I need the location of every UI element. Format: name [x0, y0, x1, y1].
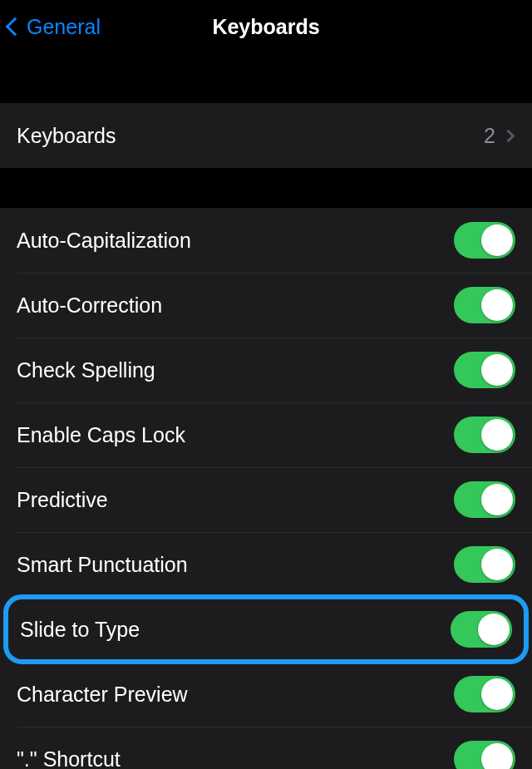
keyboards-section: Keyboards 2 [0, 103, 532, 168]
section-spacer [0, 53, 532, 103]
enable-caps-lock-label: Enable Caps Lock [17, 423, 185, 447]
chevron-left-icon [6, 17, 25, 37]
check-spelling-label: Check Spelling [17, 358, 155, 382]
auto-correction-row: Auto-Correction [0, 273, 532, 338]
auto-capitalization-toggle[interactable] [454, 222, 515, 259]
back-label: General [27, 15, 101, 39]
check-spelling-toggle[interactable] [454, 352, 515, 388]
predictive-toggle[interactable] [454, 481, 515, 518]
toggles-section: Auto-Capitalization Auto-Correction Chec… [0, 208, 532, 769]
nav-bar: General Keyboards [0, 0, 532, 53]
predictive-row: Predictive [0, 467, 532, 532]
enable-caps-lock-toggle[interactable] [454, 417, 515, 453]
check-spelling-row: Check Spelling [0, 338, 532, 402]
keyboards-count: 2 [484, 124, 495, 148]
auto-capitalization-row: Auto-Capitalization [0, 208, 532, 273]
auto-correction-toggle[interactable] [454, 287, 515, 323]
keyboards-row[interactable]: Keyboards 2 [0, 103, 532, 168]
section-gap [0, 168, 532, 208]
character-preview-toggle[interactable] [454, 676, 515, 712]
period-shortcut-toggle[interactable] [454, 741, 515, 769]
slide-to-type-row: Slide to Type [3, 594, 529, 664]
predictive-label: Predictive [17, 488, 108, 512]
character-preview-label: Character Preview [17, 683, 188, 707]
page-title: Keyboards [212, 15, 319, 39]
character-preview-row: Character Preview [0, 662, 532, 727]
auto-capitalization-label: Auto-Capitalization [17, 229, 191, 253]
auto-correction-label: Auto-Correction [17, 293, 162, 318]
keyboards-label: Keyboards [17, 124, 116, 148]
smart-punctuation-label: Smart Punctuation [17, 553, 188, 577]
slide-to-type-toggle[interactable] [451, 611, 512, 648]
period-shortcut-row: "." Shortcut [0, 727, 532, 769]
keyboards-row-right: 2 [484, 124, 515, 148]
chevron-right-icon [502, 129, 515, 142]
enable-caps-lock-row: Enable Caps Lock [0, 402, 532, 467]
smart-punctuation-toggle[interactable] [454, 546, 515, 583]
back-button[interactable]: General [8, 15, 101, 39]
period-shortcut-label: "." Shortcut [17, 747, 121, 770]
smart-punctuation-row: Smart Punctuation [0, 532, 532, 597]
slide-to-type-label: Slide to Type [20, 618, 140, 642]
